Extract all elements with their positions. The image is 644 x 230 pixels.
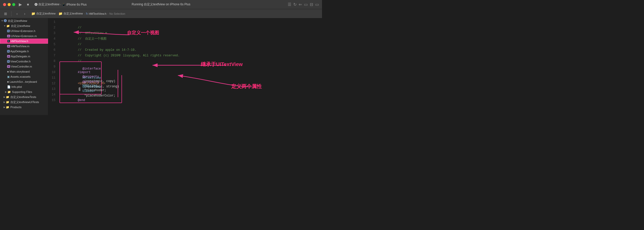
sidebar-item-infoplist[interactable]: 📄 Info.plist xyxy=(0,84,48,89)
device-label: iPhone 6s Plus xyxy=(66,3,87,6)
titlebar-breadcrumb: 🅐 自定义textfview › 📱 iPhone 6s Plus xyxy=(35,2,87,7)
sidebar-file-label: ViewController.h xyxy=(10,60,31,63)
main-layout: ▼ 🅐 自定义textfview ▼ 📁 自定义textfview h UIVi… xyxy=(0,18,322,115)
navigator-toggle[interactable]: ⊞ xyxy=(2,10,9,17)
sidebar-file-label: UIView+Extension.h xyxy=(10,29,36,32)
sidebar-item-uitests[interactable]: ▶ 📁 自定义textfviewUITests xyxy=(0,100,48,105)
m-icon: m xyxy=(7,55,10,58)
traffic-lights xyxy=(3,3,15,6)
sidebar[interactable]: ▼ 🅐 自定义textfview ▼ 📁 自定义textfview h UIVi… xyxy=(0,18,48,115)
sidebar-item-appdelegate-m[interactable]: m AppDelegate.m xyxy=(0,54,48,59)
sidebar-item-uiview-h[interactable]: h UIView+Extension.h xyxy=(0,28,48,34)
folder-icon: 📁 xyxy=(6,24,10,28)
sidebar-file-label: ViewController.m xyxy=(11,65,32,68)
sidebar-supporting-label: Supporting Files xyxy=(12,90,32,93)
code-lines: // // HMTextView.m // 自定义一个视图 // // Crea… xyxy=(58,19,322,103)
sidebar-group1[interactable]: ▼ 📁 自定义textfview xyxy=(0,23,48,28)
inspector-icon[interactable]: ▭ xyxy=(315,2,319,7)
code-line-13: @property (nonatomic, strong) UIColor *p… xyxy=(59,86,322,92)
sidebar-root-label: 自定义textfview xyxy=(8,19,27,23)
disclosure-closed-icon: ▶ xyxy=(4,101,5,103)
sidebar-item-supporting-files[interactable]: ▶ 📁 Supporting Files xyxy=(0,89,48,94)
refresh-icon[interactable]: ↻ xyxy=(293,2,297,7)
disclosure-icon: ▼ xyxy=(1,20,3,22)
sidebar-file-label: AppDelegate.h xyxy=(10,50,29,53)
sidebar-item-mainstoryboard[interactable]: ■ Main.storyboard xyxy=(0,69,48,74)
project-icon: 🅐 xyxy=(4,19,7,23)
folder-icon: 📁 xyxy=(6,95,9,99)
disclosure-closed-icon: ▶ xyxy=(4,96,5,98)
project-label: 自定义textfview xyxy=(38,2,59,7)
minimize-button[interactable] xyxy=(8,3,11,6)
editor-breadcrumb: 📁 自定义textfview › 📁 自定义textfview › h HMTe… xyxy=(31,12,125,15)
sidebar-root[interactable]: ▼ 🅐 自定义textfview xyxy=(0,18,48,23)
sidebar-item-assets[interactable]: ▣ Assets.xcassets xyxy=(0,74,48,79)
storyboard-icon: ■ xyxy=(7,80,9,83)
code-line-2: // HMTextView.m xyxy=(59,25,322,30)
code-editor[interactable]: 1 2 3 4 5 6 7 8 9 10 11 12 13 14 15 // xyxy=(48,18,322,115)
list-icon[interactable]: ☰ xyxy=(288,2,291,7)
maximize-button[interactable] xyxy=(12,3,15,6)
h-icon: h xyxy=(7,40,10,42)
stop-button[interactable]: ■ xyxy=(25,2,30,7)
sidebar-file-label: Assets.xcassets xyxy=(10,75,30,78)
h-icon: h xyxy=(7,50,10,53)
sidebar-uitests-label: 自定义textfviewUITests xyxy=(10,100,39,104)
sidebar-item-uiview-m[interactable]: m UIView+Extension.m xyxy=(0,34,48,39)
sidebar-file-label: LaunchScr...toryboard xyxy=(10,80,37,83)
nav-arrows: ‹ › xyxy=(13,10,28,17)
line-numbers: 1 2 3 4 5 6 7 8 9 10 11 12 13 14 15 xyxy=(48,19,58,103)
folder-icon: 📁 xyxy=(6,101,9,104)
m-icon: m xyxy=(7,35,10,37)
sidebar-item-viewcontroller-h[interactable]: h ViewController.h xyxy=(0,59,48,64)
bc-project[interactable]: 自定义textfview xyxy=(36,12,56,15)
toolbar: ⊞ ‹ › 📁 自定义textfview › 📁 自定义textfview › … xyxy=(0,9,322,18)
sidebar-item-hmtextview-h[interactable]: h HMTextView.h xyxy=(0,39,48,44)
play-button[interactable]: ▶ xyxy=(17,2,23,8)
titlebar: ▶ ■ 🅐 自定义textfview › 📱 iPhone 6s Plus Ru… xyxy=(0,0,322,9)
sidebar-file-label: HMTextView.m xyxy=(11,45,29,48)
sidebar-group1-label: 自定义textfview xyxy=(11,24,30,28)
bc-selection[interactable]: No Selection xyxy=(109,12,125,15)
disclosure-icon: ▼ xyxy=(4,25,6,27)
bc-file[interactable]: HMTextView.h xyxy=(89,12,106,15)
sidebar-item-viewcontroller-m[interactable]: m ViewController.m xyxy=(0,64,48,69)
sidebar-file-label: Info.plist xyxy=(11,85,22,88)
h-icon: h xyxy=(7,30,10,32)
nav-back-button[interactable]: ‹ xyxy=(13,10,21,17)
sidebar-file-label: AppDelegate.m xyxy=(11,55,30,58)
close-button[interactable] xyxy=(3,3,6,6)
disclosure-closed-icon: ▶ xyxy=(5,91,7,93)
folder-icon: 📁 xyxy=(6,106,9,109)
sidebar-item-tests[interactable]: ▶ 📁 自定义textfviewTests xyxy=(0,94,48,100)
code-line-1: // xyxy=(59,19,322,25)
bc-group[interactable]: 自定义textfview xyxy=(64,12,83,15)
sidebar-file-label: HMTextView.h xyxy=(11,40,28,43)
code-line-5: // Created by apple on 14-7-10. xyxy=(59,42,322,47)
toolbar-separator xyxy=(11,11,11,16)
sidebar-item-appdelegate-h[interactable]: h AppDelegate.h xyxy=(0,49,48,54)
sidebar-item-products[interactable]: ▶ 📁 Products xyxy=(0,105,48,110)
m-icon: m xyxy=(7,65,10,68)
m-icon: m xyxy=(7,45,10,47)
back-icon[interactable]: ⇐ xyxy=(299,2,302,7)
code-container: 1 2 3 4 5 6 7 8 9 10 11 12 13 14 15 // xyxy=(48,18,322,104)
disclosure-closed-icon: ▶ xyxy=(4,106,5,108)
sidebar-toggle-icon[interactable]: ▭ xyxy=(304,2,308,7)
sidebar-tests-label: 自定义textfviewTests xyxy=(10,95,36,99)
xcassets-icon: ▣ xyxy=(7,75,10,78)
nav-forward-button[interactable]: › xyxy=(21,10,28,17)
split-icon[interactable]: ⊟ xyxy=(310,2,313,7)
sidebar-file-label: UIView+Extension.m xyxy=(11,35,37,38)
titlebar-status: Running 自定义textfview on iPhone 6s Plus xyxy=(129,1,193,8)
sidebar-products-label: Products xyxy=(10,106,21,109)
h-icon: h xyxy=(7,60,10,63)
plist-icon: 📄 xyxy=(7,85,11,89)
sidebar-item-hmtextview-m[interactable]: m HMTextView.m xyxy=(0,44,48,49)
sidebar-item-launchscreen[interactable]: ■ LaunchScr...toryboard xyxy=(0,79,48,84)
storyboard-icon: ■ xyxy=(7,70,9,73)
folder-icon: 📁 xyxy=(7,90,11,94)
sidebar-file-label: Main.storyboard xyxy=(10,70,30,73)
